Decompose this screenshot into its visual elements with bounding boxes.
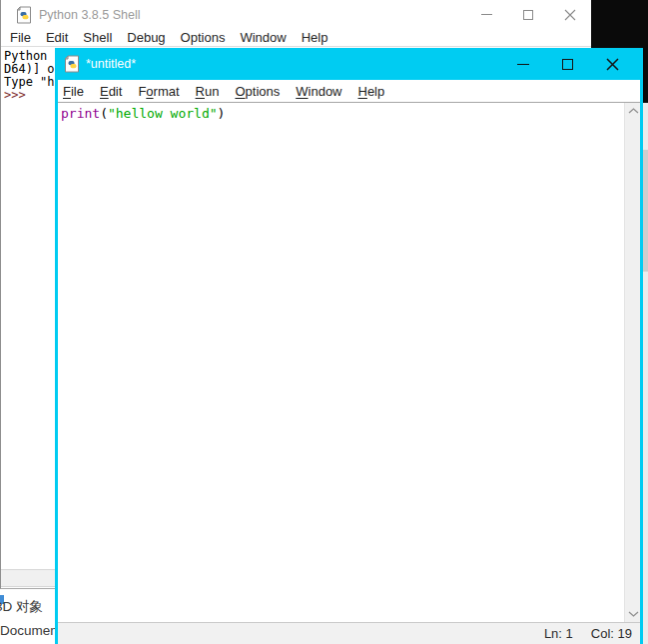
minimize-button[interactable] [500,48,545,80]
menu-shell[interactable]: Shell [83,30,112,45]
menu-edit[interactable]: Edit [100,84,122,99]
chevron-down-icon [628,611,639,617]
python-file-icon [16,6,32,24]
editor-titlebar: *untitled* [58,48,640,80]
menu-options[interactable]: Options [181,30,226,45]
sidebar-item-3d-objects[interactable]: 3D 对象 [0,598,43,616]
menu-file[interactable]: File [10,30,31,45]
scroll-down-button[interactable] [627,610,639,618]
chevron-up-icon [628,108,639,114]
code-string: "hellow world" [108,106,218,121]
maximize-button[interactable] [507,0,549,29]
status-line-number: Ln: 1 [544,626,573,641]
menu-run[interactable]: Run [196,84,220,99]
editor-window-title: *untitled* [86,57,136,71]
minimize-icon [481,14,492,15]
menu-help[interactable]: Help [302,30,328,45]
editor-statusbar: Ln: 1 Col: 19 [58,622,640,644]
menu-options[interactable]: Options [235,84,280,99]
menu-help[interactable]: Help [358,84,385,99]
close-icon [606,58,619,71]
maximize-button[interactable] [545,48,590,80]
code-keyword: print [61,106,100,121]
menu-edit[interactable]: Edit [46,30,68,45]
status-column-number: Col: 19 [591,626,632,641]
shell-window-title: Python 3.8.5 Shell [39,8,140,22]
menu-format[interactable]: Format [138,84,179,99]
explorer-scrollbar-thumb[interactable] [643,150,648,272]
shell-window-controls [465,0,591,29]
shell-prompt: >>> [4,88,26,102]
editor-body: print("hellow world") [58,103,640,622]
minimize-icon [517,64,529,65]
maximize-icon [562,59,573,70]
close-button[interactable] [549,0,591,29]
editor-window-controls [500,48,635,80]
minimize-button[interactable] [465,0,507,29]
shell-menubar: File Edit Shell Debug Options Window Hel… [1,29,591,47]
code-text-area[interactable]: print("hellow world") [58,103,624,622]
menu-debug[interactable]: Debug [127,30,165,45]
menu-window[interactable]: Window [240,30,286,45]
python-file-icon [64,55,80,73]
vertical-scrollbar[interactable] [624,103,640,622]
close-button[interactable] [590,48,635,80]
menu-window[interactable]: Window [296,84,341,99]
shell-titlebar: Python 3.8.5 Shell [1,0,591,29]
editor-menubar: File Edit Format Run Options Window Help [58,80,640,103]
close-icon [564,9,576,21]
sidebar-item-documents[interactable]: Documen [0,623,58,638]
idle-editor-window: *untitled* File Edit Format Run Options … [55,48,643,644]
code-line: print("hellow world") [61,106,624,121]
maximize-icon [523,10,533,20]
menu-file[interactable]: File [63,84,84,99]
scroll-up-button[interactable] [627,107,639,115]
